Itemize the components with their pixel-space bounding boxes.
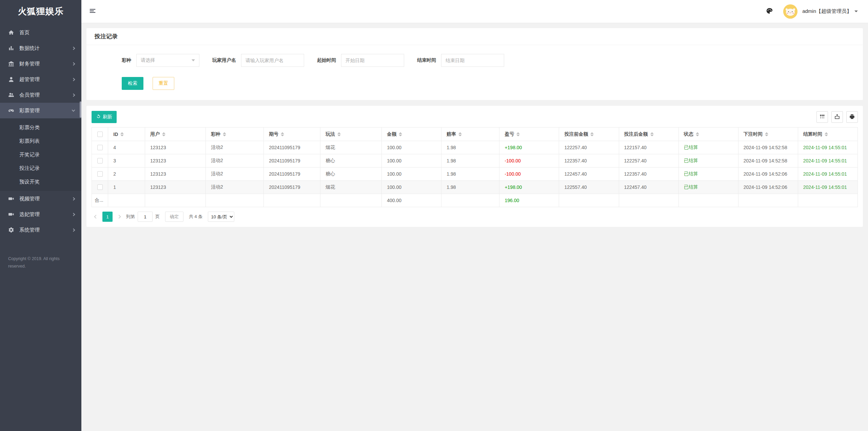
video-camera-icon — [8, 196, 14, 202]
sidebar-item-label: 系统管理 — [19, 227, 40, 233]
username: admin【超级管理员】 — [802, 8, 852, 15]
cell-lottery: 活动2 — [206, 141, 264, 154]
sidebar-item-video[interactable]: 视频管理 — [0, 191, 81, 207]
chevron-right-icon — [72, 229, 75, 231]
row-checkbox[interactable] — [97, 171, 103, 177]
chevron-right-icon — [72, 213, 75, 216]
reset-button[interactable]: 重置 — [153, 77, 174, 90]
row-checkbox[interactable] — [97, 145, 103, 150]
bet-records-table: ID 用户 彩种 期号 玩法 金额 赔率 盈亏 投注前金额 投注后金额 状态 下… — [92, 127, 858, 207]
row-checkbox[interactable] — [97, 184, 103, 190]
export-icon — [834, 114, 840, 121]
col-header-after: 投注后金额 — [619, 128, 678, 141]
goto-page-input[interactable] — [138, 212, 153, 222]
cell-user: 123123 — [145, 154, 205, 168]
filter-columns-button[interactable] — [816, 111, 828, 123]
sort-control[interactable] — [696, 132, 699, 136]
theme-button[interactable] — [765, 7, 774, 16]
col-header-lottery: 彩种 — [206, 128, 264, 141]
cell-odds: 1.98 — [441, 141, 499, 154]
sort-control[interactable] — [162, 132, 165, 136]
sidebar-item-statistics[interactable]: 数据统计 — [0, 40, 81, 56]
player-name-label: 玩家用户名 — [212, 57, 236, 63]
chevron-right-icon — [72, 94, 75, 96]
sidebar-item-lottery-list[interactable]: 彩票列表 — [0, 134, 81, 148]
sort-control[interactable] — [223, 132, 226, 136]
per-page-select[interactable]: 10 条/页 — [208, 212, 234, 222]
sidebar-item-label: 彩票管理 — [19, 107, 40, 114]
sort-control[interactable] — [825, 132, 828, 136]
people-icon — [8, 92, 14, 98]
start-time-label: 起始时间 — [317, 57, 336, 63]
cell-bet-time: 2024-11-09 14:52:06 — [738, 168, 798, 181]
col-header-issue: 期号 — [264, 128, 320, 141]
refresh-button[interactable]: 刷新 — [92, 111, 117, 123]
sort-control[interactable] — [516, 132, 520, 136]
cell-profit: +198.00 — [499, 141, 559, 154]
sort-control[interactable] — [281, 132, 284, 136]
cell-amount: 100.00 — [382, 181, 441, 194]
col-header-user: 用户 — [145, 128, 205, 141]
sidebar-item-preset-draw[interactable]: 预设开奖 — [0, 175, 81, 189]
filter-card: 投注记录 彩种 请选择 玩家用户名 起始时间 — [86, 28, 863, 100]
cell-user: 123123 — [145, 141, 205, 154]
end-date-input[interactable] — [441, 54, 504, 67]
select-all-checkbox[interactable] — [97, 132, 103, 137]
player-name-input[interactable] — [241, 54, 304, 67]
col-header-bet-time: 下注时间 — [738, 128, 798, 141]
sort-control[interactable] — [399, 132, 402, 136]
user-menu-trigger[interactable]: admin【超级管理员】 — [802, 8, 858, 15]
gamepad-icon — [8, 107, 14, 114]
sidebar-item-lottery-category[interactable]: 彩票分类 — [0, 121, 81, 134]
sort-control[interactable] — [120, 132, 124, 136]
sidebar-item-lottery[interactable]: 彩票管理 — [0, 103, 81, 118]
sidebar-menu: 首页 数据统计 财务管理 超管管理 会 — [0, 23, 81, 238]
sidebar-item-system[interactable]: 系统管理 — [0, 222, 81, 238]
sidebar-item-label: 会员管理 — [19, 92, 40, 98]
sidebar-collapse-button[interactable] — [88, 7, 97, 16]
print-button[interactable] — [846, 111, 858, 123]
avatar — [783, 4, 797, 19]
sidebar-scrollbar[interactable] — [80, 101, 81, 118]
sidebar-item-bet-records[interactable]: 投注记录 — [0, 161, 81, 175]
total-count-label: 共 4 条 — [189, 214, 202, 220]
sort-control[interactable] — [458, 132, 462, 136]
filter-form: 彩种 请选择 玩家用户名 起始时间 — [86, 45, 863, 100]
sidebar-item-concubine[interactable]: 选妃管理 — [0, 207, 81, 222]
sidebar-item-superadmin[interactable]: 超管管理 — [0, 72, 81, 87]
lottery-type-label: 彩种 — [122, 57, 131, 63]
sort-control[interactable] — [650, 132, 654, 136]
sort-control[interactable] — [590, 132, 594, 136]
page-number-current[interactable]: 1 — [102, 212, 113, 222]
sidebar-item-home[interactable]: 首页 — [0, 25, 81, 40]
cell-status: 已结算 — [678, 154, 738, 168]
cell-play: 糖心 — [320, 154, 382, 168]
chevron-left-icon — [94, 215, 98, 218]
sort-control[interactable] — [765, 132, 768, 136]
row-checkbox[interactable] — [97, 158, 103, 163]
columns-icon — [819, 114, 825, 121]
cell-bet-time: 2024-11-09 14:52:58 — [738, 141, 798, 154]
sidebar-item-draw-records[interactable]: 开奖记录 — [0, 148, 81, 161]
sort-control[interactable] — [337, 132, 341, 136]
lottery-type-select[interactable]: 请选择 — [136, 54, 199, 67]
col-header-status: 状态 — [678, 128, 738, 141]
sidebar-item-finance[interactable]: 财务管理 — [0, 56, 81, 72]
search-button[interactable]: 检索 — [122, 77, 143, 90]
col-header-profit: 盈亏 — [499, 128, 559, 141]
cell-play: 糖心 — [320, 168, 382, 181]
start-date-input[interactable] — [341, 54, 404, 67]
next-page-button[interactable] — [115, 212, 123, 222]
hamburger-icon — [89, 11, 96, 16]
table-row: 1 123123 活动2 202411095179 烟花 100.00 1.98… — [92, 181, 858, 194]
goto-confirm-button[interactable]: 确定 — [165, 212, 183, 222]
cell-issue: 202411095179 — [264, 141, 320, 154]
sidebar-item-label: 数据统计 — [19, 45, 40, 52]
cell-after: 122357.40 — [619, 168, 678, 181]
sidebar-item-members[interactable]: 会员管理 — [0, 87, 81, 103]
sidebar: 火狐狸娱乐 首页 数据统计 财务管理 超管管理 — [0, 0, 81, 431]
prev-page-button[interactable] — [92, 212, 100, 222]
cell-id: 4 — [108, 141, 145, 154]
col-header-play: 玩法 — [320, 128, 382, 141]
export-button[interactable] — [831, 111, 843, 123]
